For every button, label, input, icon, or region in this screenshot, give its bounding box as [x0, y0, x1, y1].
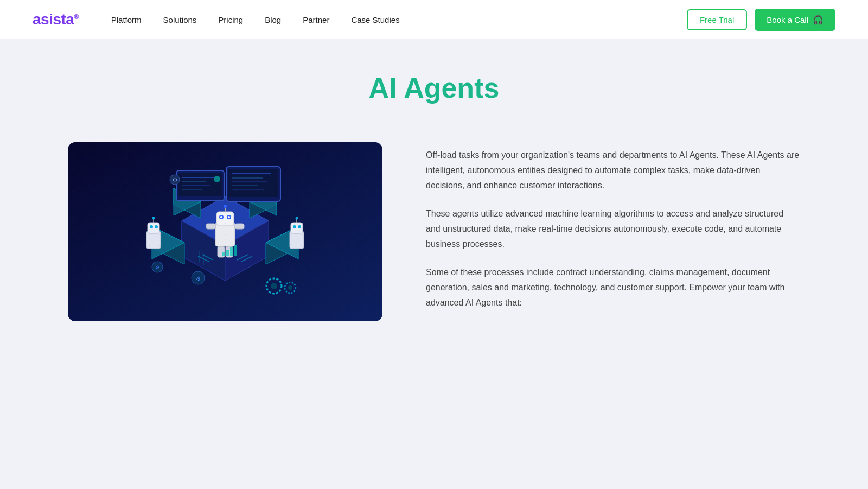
free-trial-button[interactable]: Free Trial: [687, 9, 747, 30]
svg-rect-69: [222, 252, 225, 256]
book-call-label: Book a Call: [767, 15, 808, 24]
nav-item-platform[interactable]: Platform: [111, 15, 142, 24]
nav-item-pricing[interactable]: Pricing: [218, 15, 243, 24]
content-area: ⚙ ⚙ ⚙: [68, 142, 800, 323]
nav-item-blog[interactable]: Blog: [265, 15, 281, 24]
page-title-section: AI Agents: [54, 72, 814, 104]
book-call-button[interactable]: Book a Call 🎧: [755, 9, 835, 31]
svg-rect-71: [230, 247, 233, 256]
svg-rect-70: [226, 250, 229, 256]
page-title: AI Agents: [54, 72, 814, 104]
nav-item-partner[interactable]: Partner: [303, 15, 329, 24]
illustration-container: ⚙ ⚙ ⚙: [68, 142, 382, 321]
logo-registered: ®: [74, 13, 78, 21]
svg-rect-72: [234, 245, 237, 256]
nav-links: Platform Solutions Pricing Blog Partner …: [111, 15, 687, 24]
navbar: asista® Platform Solutions Pricing Blog …: [0, 0, 868, 39]
logo-text: asista®: [33, 11, 79, 28]
headphone-icon: 🎧: [813, 15, 824, 25]
description-para-2: These agents utilize advanced machine le…: [426, 206, 800, 252]
description-para-3: Some of these processes include contract…: [426, 265, 800, 310]
description-area: Off-load tasks from your organization's …: [426, 142, 800, 323]
ai-agents-illustration: ⚙ ⚙ ⚙: [68, 142, 382, 321]
main-content: AI Agents: [0, 39, 868, 356]
nav-actions: Free Trial Book a Call 🎧: [687, 9, 835, 31]
nav-item-case-studies[interactable]: Case Studies: [351, 15, 399, 24]
logo[interactable]: asista®: [33, 11, 79, 28]
nav-item-solutions[interactable]: Solutions: [163, 15, 197, 24]
description-para-1: Off-load tasks from your organization's …: [426, 148, 800, 193]
svg-rect-68: [68, 142, 382, 321]
